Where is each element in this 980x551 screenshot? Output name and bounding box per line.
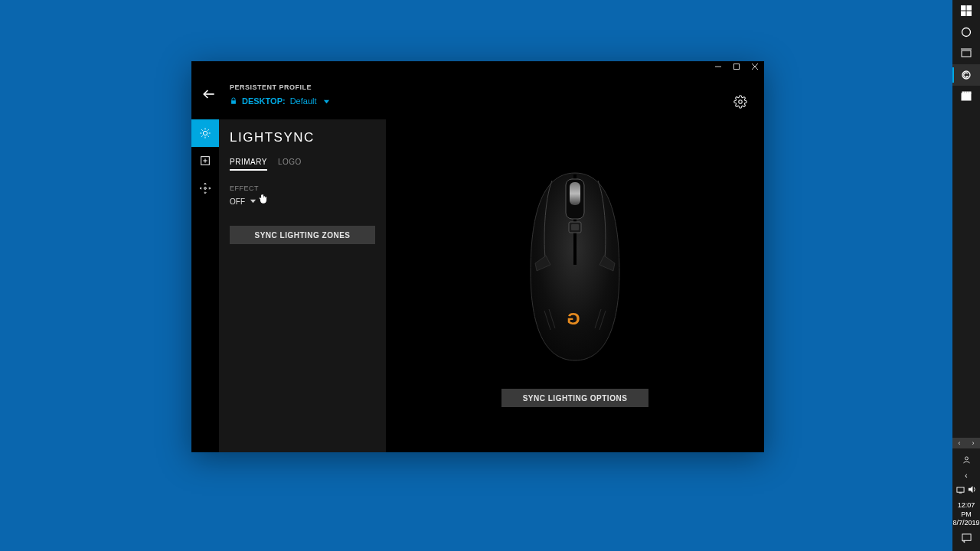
svg-rect-38 (962, 92, 964, 93)
chevron-right-icon[interactable]: › (966, 438, 980, 448)
settings-button[interactable] (733, 95, 747, 112)
sync-lighting-zones-button[interactable]: SYNC LIGHTING ZONES (230, 226, 375, 244)
svg-rect-29 (961, 5, 965, 10)
svg-rect-32 (967, 11, 972, 16)
svg-rect-39 (965, 92, 966, 93)
device-image: G (514, 165, 636, 364)
window-maximize-button[interactable] (732, 62, 741, 71)
tab-logo[interactable]: LOGO (278, 158, 302, 171)
window-minimize-button[interactable] (714, 62, 723, 71)
nav-assignments[interactable] (191, 147, 219, 174)
profile-selector[interactable]: DESKTOP: Default (230, 94, 330, 108)
svg-line-15 (207, 129, 208, 130)
panel-title: LIGHTSYNC (230, 130, 375, 145)
tab-primary[interactable]: PRIMARY (230, 158, 267, 171)
profile-label: PERSISTENT PROFILE (230, 83, 330, 91)
svg-marker-5 (323, 100, 328, 104)
tray-overflow-button[interactable]: ‹ (952, 471, 980, 480)
svg-rect-46 (962, 534, 970, 540)
svg-rect-41 (969, 92, 971, 93)
effect-label: EFFECT (230, 184, 375, 192)
taskbar-scroll-arrows[interactable]: ‹ › (952, 438, 980, 448)
svg-rect-24 (571, 224, 579, 230)
nav-lightsync[interactable] (191, 119, 219, 147)
app-header: PERSISTENT PROFILE DESKTOP: Default (191, 72, 764, 119)
cursor-pointer-icon (258, 194, 269, 206)
chevron-left-icon[interactable]: ‹ (952, 438, 966, 448)
taskbar-app-ghub[interactable] (952, 64, 980, 86)
task-view-button[interactable] (952, 43, 980, 64)
svg-marker-45 (969, 486, 973, 493)
svg-line-13 (207, 135, 208, 136)
svg-rect-31 (961, 11, 965, 16)
chevron-down-icon (322, 94, 330, 108)
svg-point-33 (962, 28, 971, 37)
window-close-button[interactable] (750, 62, 760, 71)
nav-rail (191, 119, 219, 452)
profile-default-label: Default (290, 96, 317, 106)
svg-point-7 (203, 131, 207, 135)
clock-time: 12:07 PM (952, 501, 980, 519)
network-icon[interactable] (956, 483, 965, 497)
svg-point-19 (204, 187, 207, 190)
effect-value: OFF (230, 197, 245, 206)
svg-rect-1 (734, 64, 740, 70)
window-titlebar (191, 61, 764, 72)
svg-point-6 (739, 100, 743, 104)
cortana-button[interactable] (952, 21, 980, 43)
svg-rect-30 (967, 5, 972, 10)
svg-line-12 (201, 129, 202, 130)
windows-taskbar: ‹ › ‹ 12:07 PM 8/7/2019 (952, 0, 980, 551)
nav-sensitivity[interactable] (191, 174, 219, 202)
clock-date: 8/7/2019 (952, 519, 980, 528)
app-window: PERSISTENT PROFILE DESKTOP: Default (191, 61, 764, 452)
back-button[interactable] (198, 86, 220, 105)
volume-icon[interactable] (968, 483, 976, 497)
profile-desktop-label: DESKTOP: (242, 96, 286, 106)
svg-rect-37 (962, 93, 971, 100)
system-tray[interactable]: ‹ (952, 453, 980, 497)
lock-icon (230, 94, 237, 108)
svg-rect-22 (570, 182, 580, 205)
action-center-button[interactable] (962, 533, 972, 546)
svg-point-42 (965, 457, 968, 460)
side-panel: LIGHTSYNC PRIMARY LOGO EFFECT OFF SYNC L… (219, 119, 386, 452)
svg-marker-20 (250, 199, 256, 203)
sync-lighting-options-button[interactable]: SYNC LIGHTING OPTIONS (501, 389, 648, 407)
svg-rect-34 (962, 51, 971, 57)
taskbar-app-video[interactable] (952, 86, 980, 107)
start-button[interactable] (952, 0, 980, 21)
effect-dropdown[interactable]: OFF (230, 195, 375, 207)
svg-line-14 (201, 135, 202, 136)
svg-rect-40 (967, 92, 969, 93)
g-logo-icon: G (568, 309, 581, 329)
people-icon[interactable] (962, 453, 971, 467)
svg-rect-43 (957, 487, 964, 492)
taskbar-clock[interactable]: 12:07 PM 8/7/2019 (952, 501, 980, 528)
main-view: G SYNC LIGHTING OPTIONS (386, 119, 764, 452)
chevron-down-icon (250, 197, 256, 206)
